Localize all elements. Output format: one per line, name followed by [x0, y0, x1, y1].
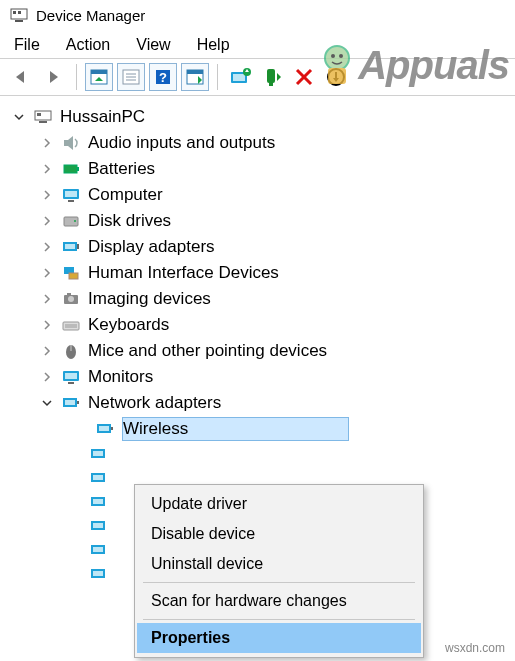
- chevron-right-icon[interactable]: [40, 188, 54, 202]
- chevron-right-icon[interactable]: [40, 162, 54, 176]
- camera-icon: [60, 288, 82, 310]
- chevron-right-icon[interactable]: [40, 318, 54, 332]
- network-adapter-icon[interactable]: [88, 442, 110, 466]
- svg-rect-67: [93, 499, 103, 504]
- context-separator: [143, 582, 415, 583]
- scan-toolbar-button[interactable]: [181, 63, 209, 91]
- node-label: Keyboards: [88, 315, 169, 335]
- context-scan-hardware[interactable]: Scan for hardware changes: [137, 586, 421, 616]
- tree-root[interactable]: HussainPC: [8, 104, 507, 130]
- svg-rect-55: [68, 382, 74, 384]
- node-label: Disk drives: [88, 211, 171, 231]
- context-uninstall-device[interactable]: Uninstall device: [137, 549, 421, 579]
- menu-view[interactable]: View: [136, 36, 170, 54]
- toolbar-separator: [76, 64, 77, 90]
- menu-help[interactable]: Help: [197, 36, 230, 54]
- disk-icon: [60, 210, 82, 232]
- network-adapter-icon[interactable]: [88, 562, 110, 586]
- title-bar: Device Manager: [0, 0, 515, 30]
- svg-rect-57: [65, 400, 75, 405]
- node-label: Mice and other pointing devices: [88, 341, 327, 361]
- svg-marker-24: [277, 73, 281, 81]
- battery-icon: [60, 158, 82, 180]
- network-adapter-icon[interactable]: [88, 538, 110, 562]
- svg-rect-37: [68, 200, 74, 202]
- svg-marker-4: [16, 71, 24, 83]
- node-label: Display adapters: [88, 237, 215, 257]
- chevron-right-icon[interactable]: [40, 344, 54, 358]
- hid-icon: [60, 262, 82, 284]
- context-disable-device[interactable]: Disable device: [137, 519, 421, 549]
- svg-marker-28: [333, 72, 339, 82]
- computer-icon: [32, 106, 54, 128]
- keyboard-icon: [60, 314, 82, 336]
- tree-node-computer[interactable]: Computer: [8, 182, 507, 208]
- menu-action[interactable]: Action: [66, 36, 110, 54]
- tree-node-display[interactable]: Display adapters: [8, 234, 507, 260]
- help-button[interactable]: ?: [149, 63, 177, 91]
- window-title: Device Manager: [36, 7, 145, 24]
- monitor-icon: [60, 184, 82, 206]
- node-label: Imaging devices: [88, 289, 211, 309]
- back-button[interactable]: [8, 63, 36, 91]
- svg-rect-2: [18, 11, 21, 14]
- chevron-right-icon[interactable]: [40, 266, 54, 280]
- properties-toolbar-button[interactable]: [117, 63, 145, 91]
- svg-rect-69: [93, 523, 103, 528]
- toolbar-separator: [217, 64, 218, 90]
- context-update-driver[interactable]: Update driver: [137, 489, 421, 519]
- chevron-down-icon[interactable]: [12, 110, 26, 124]
- node-label: Monitors: [88, 367, 153, 387]
- svg-rect-38: [64, 217, 78, 226]
- disable-device-button[interactable]: [290, 63, 318, 91]
- tree-node-audio[interactable]: Audio inputs and outputs: [8, 130, 507, 156]
- svg-rect-23: [269, 83, 273, 86]
- chevron-right-icon[interactable]: [40, 240, 54, 254]
- network-adapter-icon: [94, 418, 116, 440]
- tree-node-mice[interactable]: Mice and other pointing devices: [8, 338, 507, 364]
- svg-rect-63: [93, 451, 103, 456]
- network-adapter-icon[interactable]: [88, 490, 110, 514]
- menu-file[interactable]: File: [14, 36, 40, 54]
- tree-node-disk[interactable]: Disk drives: [8, 208, 507, 234]
- svg-rect-19: [233, 74, 245, 81]
- chevron-right-icon[interactable]: [40, 370, 54, 384]
- network-adapter-icon[interactable]: [88, 514, 110, 538]
- forward-button[interactable]: [40, 63, 68, 91]
- tree-node-wireless[interactable]: Wireless: [8, 416, 507, 442]
- mouse-icon: [60, 340, 82, 362]
- enable-device-button[interactable]: [258, 63, 286, 91]
- tree-node-monitors[interactable]: Monitors: [8, 364, 507, 390]
- svg-rect-60: [99, 426, 109, 431]
- svg-rect-65: [93, 475, 103, 480]
- uninstall-device-button[interactable]: [322, 63, 350, 91]
- context-properties[interactable]: Properties: [137, 623, 421, 653]
- svg-marker-5: [50, 71, 58, 83]
- tree-node-network[interactable]: Network adapters: [8, 390, 507, 416]
- display-adapter-icon: [60, 236, 82, 258]
- svg-point-46: [68, 296, 74, 302]
- tree-node-batteries[interactable]: Batteries: [8, 156, 507, 182]
- node-label: Computer: [88, 185, 163, 205]
- network-adapter-icon: [60, 392, 82, 414]
- device-manager-icon: [10, 6, 28, 24]
- svg-rect-47: [67, 293, 71, 295]
- tree-node-keyboards[interactable]: Keyboards: [8, 312, 507, 338]
- tree-node-imaging[interactable]: Imaging devices: [8, 286, 507, 312]
- update-driver-toolbar-button[interactable]: [226, 63, 254, 91]
- node-label: Batteries: [88, 159, 155, 179]
- network-adapter-icon[interactable]: [88, 466, 110, 490]
- svg-rect-30: [37, 113, 41, 116]
- svg-rect-36: [65, 191, 77, 197]
- chevron-right-icon[interactable]: [40, 292, 54, 306]
- show-hidden-button[interactable]: [85, 63, 113, 91]
- tree-node-hid[interactable]: Human Interface Devices: [8, 260, 507, 286]
- context-separator: [143, 619, 415, 620]
- chevron-down-icon[interactable]: [40, 396, 54, 410]
- chevron-right-icon[interactable]: [40, 136, 54, 150]
- svg-rect-3: [15, 20, 23, 22]
- svg-rect-58: [77, 401, 79, 404]
- node-label: Human Interface Devices: [88, 263, 279, 283]
- chevron-right-icon[interactable]: [40, 214, 54, 228]
- svg-rect-1: [13, 11, 16, 14]
